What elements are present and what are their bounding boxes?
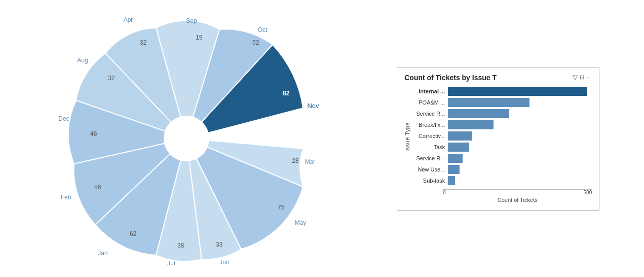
dec-label: Dec xyxy=(58,115,69,122)
may-label: May xyxy=(294,219,306,226)
dec-value: 46 xyxy=(90,130,97,137)
bar-track-5 xyxy=(448,143,592,152)
aug-label: Aug xyxy=(77,57,88,64)
bar-fill-4 xyxy=(448,131,472,141)
nov-label: Nov xyxy=(307,102,319,110)
jun-label: Jun xyxy=(219,259,229,266)
aug-value: 32 xyxy=(108,75,115,82)
bar-label-6: Service R... xyxy=(412,155,448,161)
bar-label-4: Correctiv... xyxy=(412,133,448,139)
bar-fill-0 xyxy=(448,87,587,96)
bar-row: POA&M ... xyxy=(412,98,592,107)
chart-title: Count of Tickets by Issue T xyxy=(404,74,497,82)
jul-value: 38 xyxy=(177,242,184,249)
bar-label-0: Internal ... xyxy=(412,88,448,94)
filter-icon[interactable]: ▽ xyxy=(573,74,578,81)
bar-label-2: Service R... xyxy=(412,111,448,117)
bar-track-4 xyxy=(448,131,592,141)
sep-label: Sep xyxy=(186,17,197,24)
bar-chart-body: Issue Type Internal ... POA&M ... Servic… xyxy=(404,87,592,187)
bar-row: Internal ... xyxy=(412,87,592,96)
bar-fill-5 xyxy=(448,143,469,152)
bar-row: New Use... xyxy=(412,165,592,174)
radial-svg: Nov 82 Oct 52 Sep 19 Apr 32 Aug 32 Dec 4… xyxy=(45,7,328,270)
bar-fill-7 xyxy=(448,165,460,174)
sep-value: 19 xyxy=(196,34,203,41)
x-axis-area: 0 500 Count of Tickets xyxy=(443,189,592,203)
x-axis-label: Count of Tickets xyxy=(443,197,592,203)
bar-row: Service R... xyxy=(412,109,592,118)
bar-fill-8 xyxy=(448,176,454,185)
x-tick-0: 0 xyxy=(443,190,446,195)
expand-icon[interactable]: ⊡ xyxy=(580,74,584,81)
bar-track-2 xyxy=(448,109,592,118)
may-value: 75 xyxy=(278,204,285,211)
bar-track-1 xyxy=(448,98,592,107)
y-axis-label: Issue Type xyxy=(404,87,410,187)
feb-value: 56 xyxy=(94,184,101,191)
jul-label: Jul xyxy=(167,260,175,267)
x-tick-1: 500 xyxy=(584,190,592,195)
bar-label-5: Task xyxy=(412,144,448,150)
bar-fill-3 xyxy=(448,120,494,129)
bar-label-7: New Use... xyxy=(412,166,448,172)
bar-row: Service R... xyxy=(412,154,592,163)
bar-row: Correctiv... xyxy=(412,131,592,141)
jun-value: 33 xyxy=(216,241,223,248)
bar-track-8 xyxy=(448,176,592,185)
x-axis-ticks: 0 500 xyxy=(443,189,592,195)
radial-center xyxy=(164,116,209,161)
bar-row: Task xyxy=(412,143,592,152)
mar-label: Mar xyxy=(305,158,315,165)
bar-fill-6 xyxy=(448,154,462,163)
bar-track-3 xyxy=(448,120,592,129)
bar-track-0 xyxy=(448,87,592,96)
bar-chart-container: Count of Tickets by Issue T ▽ ⊡ ··· Issu… xyxy=(397,67,599,211)
feb-label: Feb xyxy=(60,194,71,201)
bar-track-7 xyxy=(448,165,592,174)
oct-label: Oct xyxy=(257,26,267,33)
jan-label: Jan xyxy=(98,250,107,257)
bar-fill-1 xyxy=(448,98,529,107)
oct-value: 52 xyxy=(252,39,259,46)
apr-value: 32 xyxy=(140,39,147,46)
jan-value: 62 xyxy=(130,230,137,237)
mar-value: 28 xyxy=(292,157,299,164)
bar-fill-2 xyxy=(448,109,509,118)
radial-chart: Nov 82 Oct 52 Sep 19 Apr 32 Aug 32 Dec 4… xyxy=(45,7,328,270)
more-icon[interactable]: ··· xyxy=(586,74,592,81)
bar-row: Sub-task xyxy=(412,176,592,185)
bar-label-8: Sub-task xyxy=(412,178,448,184)
bar-row: Break/fix... xyxy=(412,120,592,129)
nov-value: 82 xyxy=(283,90,290,97)
chart-icons: ▽ ⊡ ··· xyxy=(573,74,592,81)
bar-track-6 xyxy=(448,154,592,163)
apr-label: Apr xyxy=(123,16,133,23)
bar-chart-inner: Internal ... POA&M ... Service R... xyxy=(412,87,592,187)
chart-header: Count of Tickets by Issue T ▽ ⊡ ··· xyxy=(404,74,592,82)
bar-label-1: POA&M ... xyxy=(412,99,448,106)
bar-label-3: Break/fix... xyxy=(412,122,448,128)
